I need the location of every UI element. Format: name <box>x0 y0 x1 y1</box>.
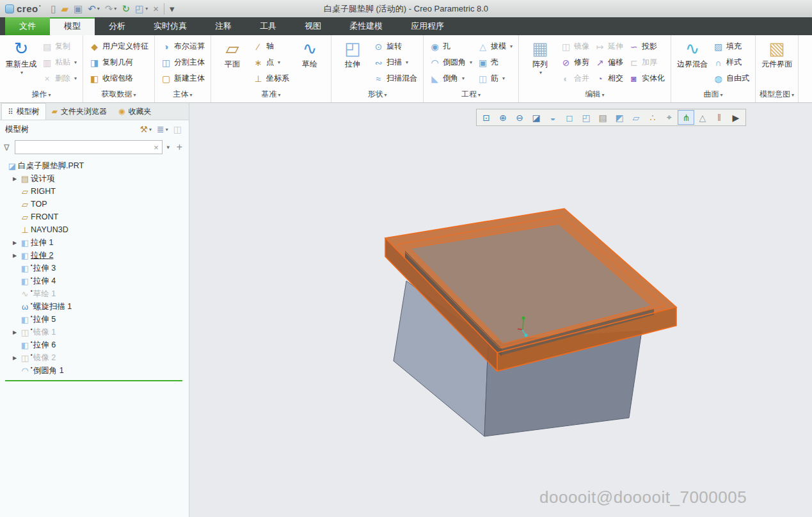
tree-item[interactable]: ◧▪拉伸 6 <box>0 338 189 351</box>
window-button[interactable]: ◰▾ <box>132 1 150 17</box>
tab-flexible-modeling[interactable]: 柔性建模 <box>335 17 397 35</box>
project-button[interactable]: ∽投影 <box>626 38 667 54</box>
regenerate-quick-button[interactable]: ↻ <box>119 1 132 17</box>
trim-button[interactable]: ⊘修剪 <box>558 54 592 70</box>
tab-model[interactable]: 模型 <box>50 17 95 35</box>
sweep-button[interactable]: ∾扫描▾ <box>370 54 420 70</box>
undo-button[interactable]: ↶▾ <box>85 1 102 17</box>
tree-item[interactable]: ⊥NAYUN3D <box>0 223 189 236</box>
tab-file[interactable]: 文件 <box>5 17 50 35</box>
tab-analysis[interactable]: 分析 <box>95 17 139 35</box>
customize-toolbar-button[interactable]: ▾ <box>167 1 177 17</box>
boolean-ops-button[interactable]: ◑布尔运算 <box>158 38 207 54</box>
pattern-button[interactable]: ▦阵列▾ <box>522 36 558 76</box>
repaint-button[interactable]: ◪ <box>528 110 545 125</box>
chamfer-button[interactable]: ◣倒角▾ <box>427 70 475 86</box>
tab-annotate[interactable]: 注释 <box>201 17 246 35</box>
zoom-in-button[interactable]: ⊕ <box>495 110 511 125</box>
spin-center-button[interactable]: ⌖ <box>661 110 678 125</box>
tree-item[interactable]: ▱TOP <box>0 198 189 211</box>
ribbon-group-label[interactable]: 基准▾ <box>214 87 328 102</box>
tab-view[interactable]: 视图 <box>291 17 335 35</box>
tab-tools[interactable]: 工具 <box>246 17 291 35</box>
close-window-button[interactable]: × <box>150 1 161 17</box>
solidify-button[interactable]: ◙实体化 <box>626 70 667 86</box>
panel-tab-model-tree[interactable]: ⠿模型树 <box>1 103 46 120</box>
ribbon-group-label[interactable]: 获取数据▾ <box>86 87 151 102</box>
ribbon-group-label[interactable]: 主体▾ <box>158 87 207 102</box>
ribbon-group-label[interactable]: 编辑▾ <box>522 87 667 102</box>
boundary-blend-button[interactable]: ∿边界混合 <box>674 36 710 70</box>
tab-applications[interactable]: 应用程序 <box>397 17 458 35</box>
expand-arrow-icon[interactable]: ▶ <box>10 240 19 246</box>
resume-button[interactable]: ▶ <box>728 110 744 125</box>
expand-arrow-icon[interactable]: ▶ <box>10 253 19 258</box>
freestyle-button[interactable]: ◍自由式 <box>710 70 752 86</box>
sketch-button[interactable]: ∿草绘 <box>292 36 328 70</box>
intersect-button[interactable]: ◔相交 <box>592 70 626 86</box>
offset-button[interactable]: ↗偏移 <box>592 54 626 70</box>
tree-item[interactable]: ▶◧拉伸 1 <box>0 236 189 249</box>
filter-clear-icon[interactable]: × <box>150 143 162 152</box>
new-body-button[interactable]: ▢新建主体 <box>158 70 207 86</box>
new-file-button[interactable]: ▯ <box>48 1 58 17</box>
rib-button[interactable]: ◫筋▾ <box>475 70 515 86</box>
insert-here-indicator[interactable] <box>5 380 182 381</box>
ribbon-group-label[interactable]: 形状▾ <box>335 87 420 102</box>
filter-add-button[interactable]: + <box>174 141 185 153</box>
style-button[interactable]: ∩样式 <box>710 54 752 70</box>
section-view-button[interactable]: ◩ <box>611 110 628 125</box>
saved-orientations-button[interactable]: ◰ <box>578 110 594 125</box>
tree-item[interactable]: ▶◫▪镜像 1 <box>0 326 189 338</box>
orientation-mode-button[interactable]: ⋔ <box>678 110 694 125</box>
ribbon-group-label[interactable]: 模型意图▾ <box>759 87 795 102</box>
zoom-refit-button[interactable]: ⊡ <box>478 110 495 125</box>
tree-item[interactable]: ▶◧拉伸 2 <box>0 249 189 262</box>
axis-button[interactable]: ∕轴 <box>250 38 292 54</box>
tree-item[interactable]: ◧▪拉伸 3 <box>0 262 189 274</box>
ribbon-group-label[interactable]: 操作▾ <box>3 87 79 102</box>
tree-item[interactable]: ▱FRONT <box>0 211 189 223</box>
round-button[interactable]: ◠倒圆角▾ <box>427 54 475 70</box>
ribbon-group-label[interactable]: 工程▾ <box>427 87 515 102</box>
udf-button[interactable]: ◆用户定义特征 <box>86 38 151 54</box>
tree-tools-button[interactable]: ⚒▾ <box>138 123 154 135</box>
expand-arrow-icon[interactable]: ▶ <box>10 330 19 335</box>
tree-settings-button[interactable]: ≣▾ <box>155 123 170 135</box>
regenerate-button[interactable]: ↻重新生成▾ <box>3 36 39 76</box>
filter-input[interactable] <box>15 141 150 153</box>
shell-button[interactable]: ▣壳 <box>475 54 515 70</box>
swept-blend-button[interactable]: ≈扫描混合 <box>370 70 420 86</box>
expand-arrow-icon[interactable]: ▶ <box>10 176 19 182</box>
plane-button[interactable]: ▱平面 <box>214 36 250 70</box>
open-button[interactable]: ▰ <box>58 1 71 17</box>
tree-item[interactable]: ▶◫▪镜像 2 <box>0 351 189 364</box>
tree-item[interactable]: ∿▪草绘 1 <box>0 287 189 300</box>
save-button[interactable]: ▣ <box>71 1 85 17</box>
view-manager-button[interactable]: ▤ <box>594 110 611 125</box>
hole-button[interactable]: ◉孔 <box>427 38 475 54</box>
annotation-display-button[interactable]: ∴ <box>644 110 661 125</box>
ribbon-group-label[interactable]: 曲面▾ <box>674 87 752 102</box>
display-style-button[interactable]: ◻ <box>561 110 578 125</box>
panel-tab-favorites[interactable]: ◉收藏夹 <box>113 103 157 120</box>
fill-button[interactable]: ▨填充 <box>710 38 752 54</box>
tree-item[interactable]: ▶▤设计项 <box>0 172 189 185</box>
filter-dropdown-icon[interactable]: ▼ <box>164 145 172 150</box>
csys-button[interactable]: ⊥坐标系 <box>250 70 292 86</box>
tree-item[interactable]: ω▪螺旋扫描 1 <box>0 300 189 313</box>
split-body-button[interactable]: ◫分割主体 <box>158 54 207 70</box>
draft-button[interactable]: △拔模▾ <box>475 38 515 54</box>
tree-item[interactable]: ◪白桌子腿垫脚.PRT <box>0 159 189 172</box>
pause-button[interactable]: ‖ <box>711 110 728 125</box>
sim-display-button[interactable]: △ <box>694 110 711 125</box>
point-button[interactable]: ∗点▾ <box>250 54 292 70</box>
panel-tab-folder-browser[interactable]: ▰文件夹浏览器 <box>46 103 113 120</box>
expand-arrow-icon[interactable]: ▶ <box>10 355 19 361</box>
tab-live-simulation[interactable]: 实时仿真 <box>139 17 201 35</box>
tree-item[interactable]: ▱RIGHT <box>0 185 189 198</box>
tree-item[interactable]: ◧▪拉伸 4 <box>0 274 189 287</box>
shrinkwrap-button[interactable]: ◧收缩包络 <box>86 70 151 86</box>
tree-item[interactable]: ◠▪倒圆角 1 <box>0 364 189 377</box>
copy-geometry-button[interactable]: ◨复制几何 <box>86 54 151 70</box>
